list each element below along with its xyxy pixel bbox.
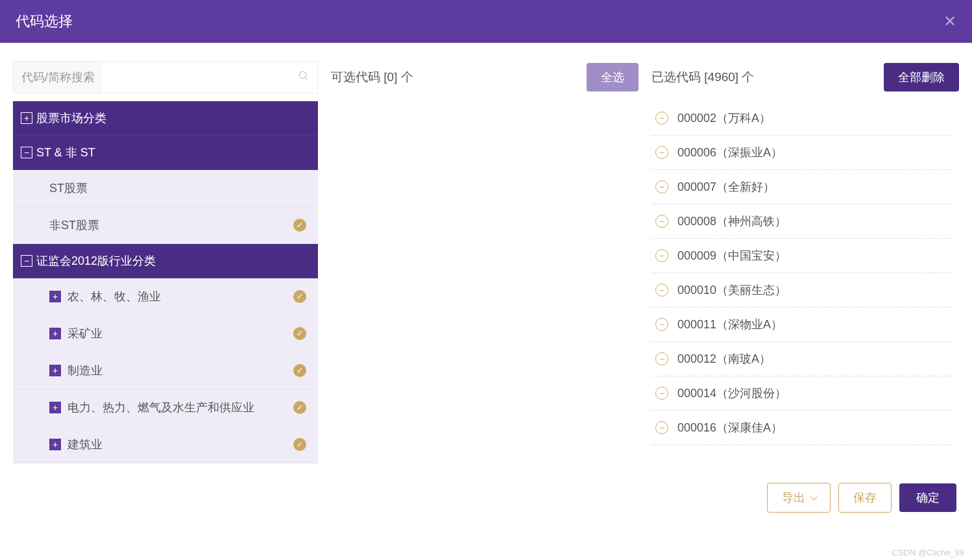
check-icon: ✓: [293, 290, 306, 303]
remove-icon[interactable]: −: [655, 284, 668, 297]
tree-cat-label: ST & 非 ST: [36, 145, 95, 160]
confirm-button[interactable]: 确定: [899, 483, 956, 512]
tree-item[interactable]: 非ST股票✓: [13, 207, 318, 244]
collapse-icon: −: [21, 147, 32, 158]
available-header: 可选代码 [0] 个 全选: [331, 61, 638, 93]
close-icon: ✕: [943, 12, 956, 30]
export-label: 导出: [782, 490, 805, 505]
selected-item: −000006（深振业A）: [651, 136, 953, 170]
selected-item: −000016（深康佳A）: [651, 411, 953, 445]
tree-item-label: ST股票: [49, 180, 88, 196]
selected-item-label: 000006（深振业A）: [677, 145, 783, 160]
close-button[interactable]: ✕: [943, 14, 956, 29]
check-icon: ✓: [293, 364, 306, 377]
remove-icon[interactable]: −: [655, 215, 668, 228]
selected-item: −000007（全新好）: [651, 170, 953, 204]
available-column: 可选代码 [0] 个 全选: [331, 61, 638, 471]
chevron-down-icon: [810, 493, 818, 500]
selected-item-label: 000016（深康佳A）: [677, 420, 783, 435]
expand-icon: +: [21, 112, 32, 124]
selected-item-label: 000014（沙河股份）: [677, 385, 786, 401]
selected-item-label: 000002（万科A）: [677, 110, 771, 126]
selected-item-label: 000012（南玻A）: [677, 351, 771, 367]
tree-item[interactable]: +制造业✓: [13, 352, 318, 389]
search-label: 代码/简称搜索: [14, 69, 103, 85]
tree-item[interactable]: +电力、热力、燃气及水生产和供应业✓: [13, 389, 318, 426]
search-row: 代码/简称搜索: [13, 61, 318, 93]
remove-icon[interactable]: −: [655, 387, 668, 400]
selected-item-label: 000011（深物业A）: [677, 317, 783, 332]
selected-item: −000009（中国宝安）: [651, 239, 953, 273]
check-icon: ✓: [293, 401, 306, 414]
tree-item[interactable]: ST股票: [13, 170, 318, 207]
remove-icon[interactable]: −: [655, 421, 668, 434]
expand-icon: +: [49, 291, 61, 302]
collapse-icon: −: [21, 255, 32, 267]
selected-item: −000002（万科A）: [651, 101, 953, 136]
select-all-button[interactable]: 全选: [587, 63, 638, 91]
tree-item-label: 农、林、牧、渔业: [67, 289, 161, 304]
tree-item-label: 非ST股票: [49, 217, 99, 233]
selected-column: 已选代码 [4960] 个 全部删除 −000002（万科A）−000006（深…: [651, 61, 959, 471]
expand-icon: +: [49, 439, 61, 450]
remove-icon[interactable]: −: [655, 146, 668, 159]
search-input[interactable]: [103, 62, 317, 93]
tree-item[interactable]: +农、林、牧、渔业✓: [13, 278, 318, 315]
modal-footer: 导出 保存 确定: [0, 471, 972, 524]
modal-body: 代码/简称搜索 + 股票市场分类 − ST & 非 ST ST股票非ST股票✓: [0, 43, 972, 471]
selected-item-label: 000009（中国宝安）: [677, 248, 786, 263]
selected-title: 已选代码 [4960] 个: [651, 69, 754, 86]
check-icon: ✓: [293, 219, 306, 232]
tree-cat-csrc[interactable]: − 证监会2012版行业分类: [13, 244, 318, 278]
remove-icon[interactable]: −: [655, 352, 668, 365]
selected-item: −000012（南玻A）: [651, 342, 953, 376]
tree-item[interactable]: +采矿业✓: [13, 315, 318, 352]
selected-header: 已选代码 [4960] 个 全部删除: [651, 61, 959, 93]
selected-item-label: 000008（神州高铁）: [677, 213, 786, 229]
expand-icon: +: [49, 365, 61, 376]
selected-item: −000011（深物业A）: [651, 308, 953, 342]
available-list: [331, 101, 638, 471]
modal-title: 代码选择: [16, 12, 73, 31]
remove-icon[interactable]: −: [655, 112, 668, 125]
modal-header: 代码选择 ✕: [0, 0, 972, 43]
tree-item[interactable]: +建筑业✓: [13, 426, 318, 463]
selected-item: −000010（美丽生态）: [651, 273, 953, 308]
selected-item: −000008（神州高铁）: [651, 204, 953, 239]
remove-icon[interactable]: −: [655, 318, 668, 331]
available-title: 可选代码 [0] 个: [331, 69, 413, 86]
tree-item-label: 电力、热力、燃气及水生产和供应业: [67, 400, 254, 415]
tree-item-label: 制造业: [67, 363, 103, 378]
remove-icon[interactable]: −: [655, 249, 668, 262]
remove-icon[interactable]: −: [655, 180, 668, 193]
export-button[interactable]: 导出: [767, 483, 831, 513]
selected-item-label: 000007（全新好）: [677, 179, 775, 195]
check-icon: ✓: [293, 438, 306, 451]
tree-cat-st[interactable]: − ST & 非 ST: [13, 136, 318, 170]
selected-item: −000014（沙河股份）: [651, 376, 953, 411]
tree-item-label: 采矿业: [67, 326, 103, 341]
tree-cat-stock-market[interactable]: + 股票市场分类: [13, 101, 318, 136]
tree-item-label: 建筑业: [67, 437, 103, 452]
save-button[interactable]: 保存: [838, 483, 892, 513]
check-icon: ✓: [293, 327, 306, 340]
tree-cat-label: 股票市场分类: [36, 110, 106, 126]
tree-cat-label: 证监会2012版行业分类: [36, 253, 156, 269]
selected-list[interactable]: −000002（万科A）−000006（深振业A）−000007（全新好）−00…: [651, 101, 959, 471]
selected-item-label: 000010（美丽生态）: [677, 282, 786, 298]
delete-all-button[interactable]: 全部删除: [884, 63, 959, 91]
category-tree: + 股票市场分类 − ST & 非 ST ST股票非ST股票✓ − 证监会201…: [13, 101, 318, 471]
expand-icon: +: [49, 328, 61, 339]
expand-icon: +: [49, 402, 61, 413]
category-column: 代码/简称搜索 + 股票市场分类 − ST & 非 ST ST股票非ST股票✓: [13, 61, 318, 471]
